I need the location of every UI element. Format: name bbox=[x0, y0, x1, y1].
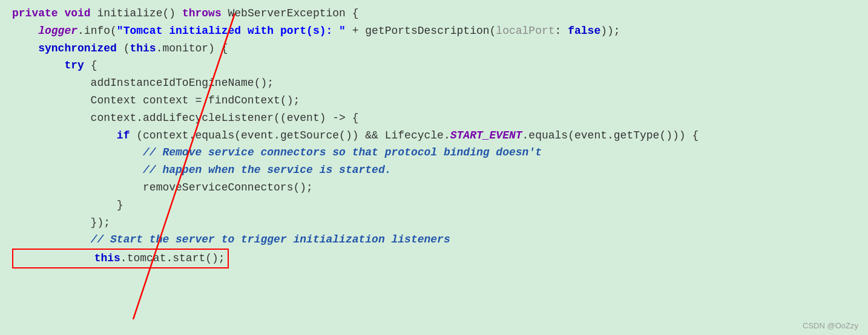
code-line-9: if (context.equals(event.getSource()) &&… bbox=[12, 127, 856, 145]
watermark: CSDN @OoZzy bbox=[803, 321, 858, 330]
code-line-4: try { bbox=[12, 57, 856, 74]
code-line-10: // Remove service connectors so that pro… bbox=[12, 144, 856, 161]
code-line-1: private void initialize() throws WebServ… bbox=[12, 5, 856, 22]
code-line-16: // Start the server to trigger initializ… bbox=[12, 231, 856, 249]
code-line-14: }); bbox=[12, 214, 856, 232]
code-line-17: this.tomcat.start(); bbox=[12, 249, 856, 268]
code-line-11: // happen when the service is started. bbox=[12, 161, 856, 179]
code-line-8: context.addLifecycleListener((event) -> … bbox=[12, 109, 856, 127]
code-line-13: } bbox=[12, 197, 856, 214]
code-line-2: logger.info("Tomcat initialized with por… bbox=[12, 22, 856, 40]
code-container: private void initialize() throws WebServ… bbox=[0, 0, 868, 335]
code-line-7: Context context = findContext(); bbox=[12, 92, 856, 109]
code-line-3: synchronized (this.monitor) { bbox=[12, 40, 856, 57]
code-block: private void initialize() throws WebServ… bbox=[12, 5, 856, 268]
code-line-12: removeServiceConnectors(); bbox=[12, 179, 856, 197]
code-line-5: addInstanceIdToEngineName(); bbox=[12, 74, 856, 92]
